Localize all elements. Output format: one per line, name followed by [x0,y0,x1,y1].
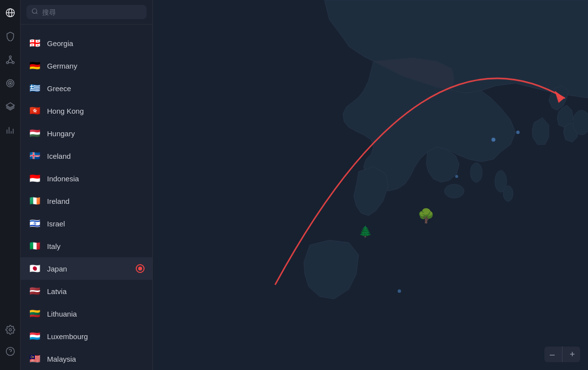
country-item-indonesia[interactable]: 🇮🇩Indonesia [21,167,152,190]
country-item-lithuania[interactable]: 🇱🇹Lithuania [21,302,152,325]
svg-point-24 [573,110,588,135]
settings-icon[interactable] [3,323,17,337]
zoom-in-button[interactable]: + [564,346,580,362]
svg-point-32 [516,131,520,134]
country-item-hongkong[interactable]: 🇭🇰Hong Kong [21,99,152,122]
country-name-greece: Greece [47,84,145,93]
shield-icon[interactable] [3,29,17,43]
flag-hungary: 🇭🇺 [28,127,41,140]
country-name-hungary: Hungary [47,129,145,138]
country-name-germany: Germany [47,62,145,70]
stats-icon[interactable] [3,123,17,137]
search-input[interactable] [42,8,142,16]
search-bar [21,0,152,25]
svg-point-17 [9,329,11,331]
svg-point-11 [9,83,11,84]
country-name-france: France [47,25,145,25]
search-wrapper [26,5,147,19]
country-item-malaysia[interactable]: 🇲🇾Malaysia [21,347,152,370]
svg-point-31 [491,138,495,142]
layers-icon[interactable] [3,100,17,114]
country-item-france[interactable]: 🇫🇷France [21,25,152,32]
svg-text:🌲: 🌲 [359,225,372,238]
flag-georgia: 🇬🇪 [28,37,41,49]
country-item-japan[interactable]: 🇯🇵Japan [21,257,152,280]
country-name-indonesia: Indonesia [47,174,145,183]
world-map: 🌳 🌲 [153,0,588,370]
selected-dot [138,267,142,271]
server-list: 🇩🇰Denmark🇪🇪Estonia🇫🇮Finland🇫🇷France🇬🇪Geo… [21,0,153,370]
country-name-japan: Japan [47,265,130,273]
help-icon[interactable] [3,345,17,358]
icon-bar-bottom [3,323,17,364]
country-item-italy[interactable]: 🇮🇹Italy [21,235,152,257]
svg-point-3 [9,56,11,58]
flag-iceland: 🇮🇸 [28,149,41,162]
svg-line-21 [36,13,38,14]
flag-latvia: 🇱🇻 [28,285,41,297]
nodes-icon[interactable] [3,53,17,67]
svg-point-34 [398,290,401,293]
country-name-italy: Italy [47,242,145,250]
country-list: 🇩🇰Denmark🇪🇪Estonia🇫🇮Finland🇫🇷France🇬🇪Geo… [21,25,152,370]
country-name-georgia: Georgia [47,39,145,48]
country-name-ireland: Ireland [47,197,145,205]
flag-germany: 🇩🇪 [28,59,41,72]
zoom-out-button[interactable]: – [544,346,560,362]
flag-indonesia: 🇮🇩 [28,172,41,185]
svg-point-28 [503,186,513,201]
flag-italy: 🇮🇹 [28,240,41,252]
country-item-greece[interactable]: 🇬🇷Greece [21,77,152,99]
svg-text:🌳: 🌳 [417,208,435,224]
country-item-israel[interactable]: 🇮🇱Israel [21,212,152,235]
flag-japan: 🇯🇵 [28,262,41,275]
svg-line-6 [8,58,10,62]
svg-point-18 [6,347,14,356]
icon-bar-top [3,6,17,313]
country-name-luxembourg: Luxembourg [47,332,145,341]
icon-bar [0,0,21,370]
svg-point-4 [6,62,8,64]
svg-point-20 [32,9,37,13]
map-controls-divider [562,346,563,362]
globe-icon[interactable] [3,6,17,20]
flag-luxembourg: 🇱🇺 [28,330,41,343]
flag-ireland: 🇮🇪 [28,195,41,207]
country-name-lithuania: Lithuania [47,310,145,318]
country-item-hungary[interactable]: 🇭🇺Hungary [21,122,152,145]
country-name-latvia: Latvia [47,287,145,296]
target-icon[interactable] [3,76,17,90]
country-item-iceland[interactable]: 🇮🇸Iceland [21,145,152,167]
country-name-iceland: Iceland [47,152,145,160]
flag-israel: 🇮🇱 [28,217,41,230]
svg-point-26 [444,184,464,198]
country-item-georgia[interactable]: 🇬🇪Georgia [21,32,152,54]
svg-point-5 [12,62,14,64]
country-name-hongkong: Hong Kong [47,107,145,115]
country-item-luxembourg[interactable]: 🇱🇺Luxembourg [21,325,152,347]
svg-point-33 [455,175,458,178]
country-item-ireland[interactable]: 🇮🇪Ireland [21,190,152,212]
flag-hongkong: 🇭🇰 [28,104,41,117]
map-controls: – + [544,346,580,362]
map-area: 🌳 🌲 – + [153,0,588,370]
country-item-germany[interactable]: 🇩🇪Germany [21,54,152,77]
country-item-latvia[interactable]: 🇱🇻Latvia [21,280,152,302]
flag-lithuania: 🇱🇹 [28,307,41,320]
flag-malaysia: 🇲🇾 [28,352,41,365]
selected-indicator-japan [136,264,145,273]
svg-line-7 [10,58,13,62]
search-icon [31,8,38,16]
flag-greece: 🇬🇷 [28,82,41,95]
svg-point-25 [470,163,482,182]
country-name-israel: Israel [47,220,145,228]
country-name-malaysia: Malaysia [47,355,145,363]
flag-france: 🇫🇷 [28,25,41,27]
